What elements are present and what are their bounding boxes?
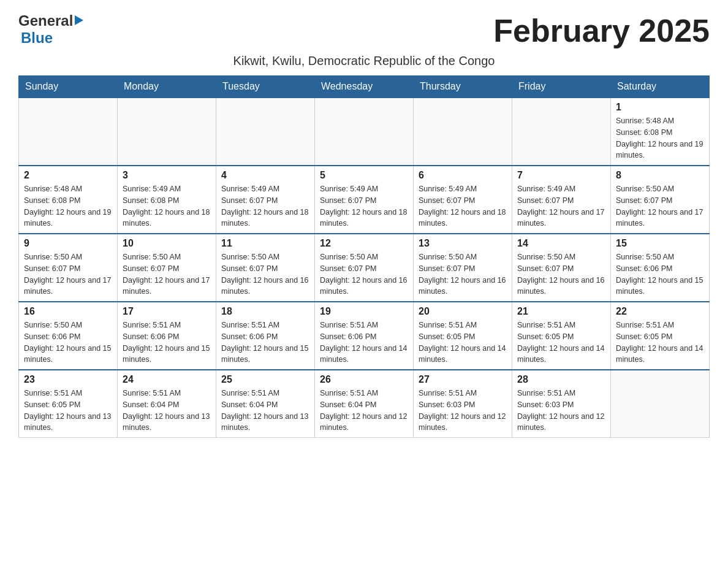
week-row: 1Sunrise: 5:48 AM Sunset: 6:08 PM Daylig… — [19, 98, 710, 166]
calendar-day: 19Sunrise: 5:51 AM Sunset: 6:06 PM Dayli… — [315, 302, 414, 370]
day-info: Sunrise: 5:51 AM Sunset: 6:05 PM Dayligh… — [24, 388, 112, 434]
calendar-day: 1Sunrise: 5:48 AM Sunset: 6:08 PM Daylig… — [611, 98, 710, 166]
calendar-day: 25Sunrise: 5:51 AM Sunset: 6:04 PM Dayli… — [216, 370, 315, 438]
day-number: 13 — [419, 238, 507, 249]
calendar-day: 15Sunrise: 5:50 AM Sunset: 6:06 PM Dayli… — [611, 234, 710, 302]
day-number: 16 — [24, 306, 112, 317]
day-info: Sunrise: 5:49 AM Sunset: 6:07 PM Dayligh… — [419, 183, 507, 229]
day-number: 10 — [123, 238, 211, 249]
week-row: 16Sunrise: 5:50 AM Sunset: 6:06 PM Dayli… — [19, 302, 710, 370]
calendar-day: 10Sunrise: 5:50 AM Sunset: 6:07 PM Dayli… — [118, 234, 216, 302]
calendar-day: 11Sunrise: 5:50 AM Sunset: 6:07 PM Dayli… — [216, 234, 315, 302]
day-info: Sunrise: 5:49 AM Sunset: 6:07 PM Dayligh… — [517, 183, 605, 229]
week-row: 23Sunrise: 5:51 AM Sunset: 6:05 PM Dayli… — [19, 370, 710, 438]
logo-general-text: General — [18, 12, 73, 29]
calendar-day: 3Sunrise: 5:49 AM Sunset: 6:08 PM Daylig… — [118, 166, 216, 234]
day-info: Sunrise: 5:51 AM Sunset: 6:04 PM Dayligh… — [221, 388, 309, 434]
day-info: Sunrise: 5:49 AM Sunset: 6:07 PM Dayligh… — [221, 183, 309, 229]
day-number: 6 — [419, 170, 507, 181]
logo-line1: General — [18, 12, 83, 29]
day-number: 20 — [419, 306, 507, 317]
day-info: Sunrise: 5:50 AM Sunset: 6:07 PM Dayligh… — [320, 251, 408, 297]
calendar-subtitle: Kikwit, Kwilu, Democratic Republic of th… — [18, 54, 710, 68]
day-info: Sunrise: 5:51 AM Sunset: 6:05 PM Dayligh… — [517, 320, 605, 366]
calendar-day: 22Sunrise: 5:51 AM Sunset: 6:05 PM Dayli… — [611, 302, 710, 370]
day-info: Sunrise: 5:50 AM Sunset: 6:06 PM Dayligh… — [24, 320, 112, 366]
day-info: Sunrise: 5:50 AM Sunset: 6:06 PM Dayligh… — [616, 251, 704, 297]
calendar-day: 18Sunrise: 5:51 AM Sunset: 6:06 PM Dayli… — [216, 302, 315, 370]
calendar-day: 9Sunrise: 5:50 AM Sunset: 6:07 PM Daylig… — [19, 234, 118, 302]
day-info: Sunrise: 5:51 AM Sunset: 6:04 PM Dayligh… — [123, 388, 211, 434]
calendar-day: 2Sunrise: 5:48 AM Sunset: 6:08 PM Daylig… — [19, 166, 118, 234]
day-of-week-header: Wednesday — [315, 76, 414, 98]
day-info: Sunrise: 5:48 AM Sunset: 6:08 PM Dayligh… — [24, 183, 112, 229]
logo-blue-text: Blue — [21, 29, 53, 47]
day-number: 11 — [221, 238, 309, 249]
calendar-header-row: SundayMondayTuesdayWednesdayThursdayFrid… — [19, 76, 710, 98]
day-info: Sunrise: 5:50 AM Sunset: 6:07 PM Dayligh… — [123, 251, 211, 297]
day-info: Sunrise: 5:51 AM Sunset: 6:03 PM Dayligh… — [517, 388, 605, 434]
week-row: 9Sunrise: 5:50 AM Sunset: 6:07 PM Daylig… — [19, 234, 710, 302]
day-info: Sunrise: 5:51 AM Sunset: 6:06 PM Dayligh… — [123, 320, 211, 366]
day-number: 8 — [616, 170, 704, 181]
day-number: 22 — [616, 306, 704, 317]
day-number: 26 — [320, 374, 408, 385]
day-info: Sunrise: 5:49 AM Sunset: 6:07 PM Dayligh… — [320, 183, 408, 229]
day-info: Sunrise: 5:51 AM Sunset: 6:04 PM Dayligh… — [320, 388, 408, 434]
calendar-day — [414, 98, 512, 166]
day-info: Sunrise: 5:51 AM Sunset: 6:06 PM Dayligh… — [221, 320, 309, 366]
day-number: 4 — [221, 170, 309, 181]
day-info: Sunrise: 5:48 AM Sunset: 6:08 PM Dayligh… — [616, 115, 704, 161]
calendar-day: 24Sunrise: 5:51 AM Sunset: 6:04 PM Dayli… — [118, 370, 216, 438]
day-number: 23 — [24, 374, 112, 385]
calendar-day: 16Sunrise: 5:50 AM Sunset: 6:06 PM Dayli… — [19, 302, 118, 370]
day-number: 25 — [221, 374, 309, 385]
day-of-week-header: Saturday — [611, 76, 710, 98]
calendar-day: 20Sunrise: 5:51 AM Sunset: 6:05 PM Dayli… — [414, 302, 512, 370]
day-info: Sunrise: 5:50 AM Sunset: 6:07 PM Dayligh… — [517, 251, 605, 297]
calendar-day: 27Sunrise: 5:51 AM Sunset: 6:03 PM Dayli… — [414, 370, 512, 438]
day-of-week-header: Friday — [512, 76, 611, 98]
day-number: 28 — [517, 374, 605, 385]
day-info: Sunrise: 5:51 AM Sunset: 6:03 PM Dayligh… — [419, 388, 507, 434]
day-of-week-header: Monday — [118, 76, 216, 98]
day-info: Sunrise: 5:49 AM Sunset: 6:08 PM Dayligh… — [123, 183, 211, 229]
calendar-day: 13Sunrise: 5:50 AM Sunset: 6:07 PM Dayli… — [414, 234, 512, 302]
day-number: 12 — [320, 238, 408, 249]
calendar-table: SundayMondayTuesdayWednesdayThursdayFrid… — [18, 75, 710, 438]
calendar-day: 23Sunrise: 5:51 AM Sunset: 6:05 PM Dayli… — [19, 370, 118, 438]
day-number: 17 — [123, 306, 211, 317]
calendar-day: 6Sunrise: 5:49 AM Sunset: 6:07 PM Daylig… — [414, 166, 512, 234]
logo-line2: Blue — [18, 29, 53, 47]
calendar-day: 8Sunrise: 5:50 AM Sunset: 6:07 PM Daylig… — [611, 166, 710, 234]
day-info: Sunrise: 5:50 AM Sunset: 6:07 PM Dayligh… — [616, 183, 704, 229]
day-number: 27 — [419, 374, 507, 385]
day-number: 15 — [616, 238, 704, 249]
day-of-week-header: Thursday — [414, 76, 512, 98]
day-number: 18 — [221, 306, 309, 317]
calendar-day — [19, 98, 118, 166]
day-number: 2 — [24, 170, 112, 181]
logo: General Blue — [18, 12, 83, 47]
day-number: 21 — [517, 306, 605, 317]
day-info: Sunrise: 5:50 AM Sunset: 6:07 PM Dayligh… — [24, 251, 112, 297]
month-title: February 2025 — [493, 12, 710, 49]
calendar-day: 14Sunrise: 5:50 AM Sunset: 6:07 PM Dayli… — [512, 234, 611, 302]
day-info: Sunrise: 5:51 AM Sunset: 6:05 PM Dayligh… — [616, 320, 704, 366]
calendar-day — [118, 98, 216, 166]
calendar-day: 28Sunrise: 5:51 AM Sunset: 6:03 PM Dayli… — [512, 370, 611, 438]
day-number: 5 — [320, 170, 408, 181]
day-number: 7 — [517, 170, 605, 181]
calendar-day — [216, 98, 315, 166]
day-number: 24 — [123, 374, 211, 385]
day-of-week-header: Sunday — [19, 76, 118, 98]
calendar-day — [611, 370, 710, 438]
week-row: 2Sunrise: 5:48 AM Sunset: 6:08 PM Daylig… — [19, 166, 710, 234]
calendar-day: 4Sunrise: 5:49 AM Sunset: 6:07 PM Daylig… — [216, 166, 315, 234]
page-header: General Blue February 2025 — [18, 12, 710, 49]
calendar-day: 7Sunrise: 5:49 AM Sunset: 6:07 PM Daylig… — [512, 166, 611, 234]
day-number: 14 — [517, 238, 605, 249]
day-info: Sunrise: 5:50 AM Sunset: 6:07 PM Dayligh… — [419, 251, 507, 297]
calendar-day: 17Sunrise: 5:51 AM Sunset: 6:06 PM Dayli… — [118, 302, 216, 370]
calendar-day — [315, 98, 414, 166]
